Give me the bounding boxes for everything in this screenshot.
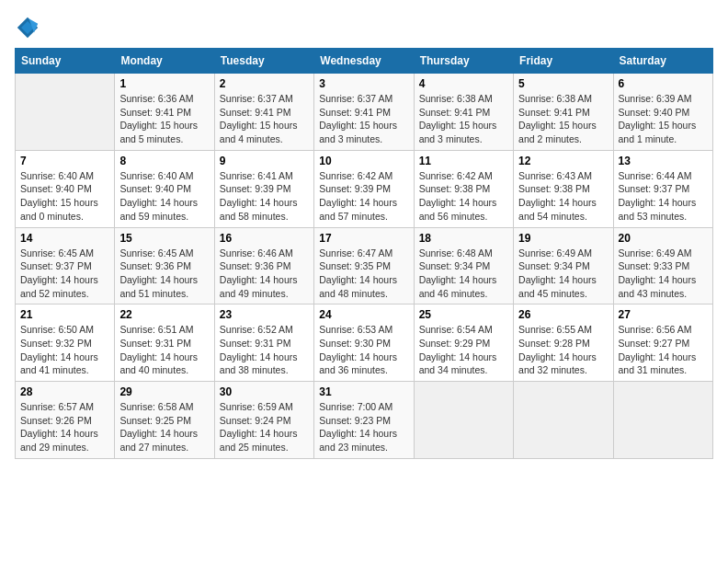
calendar-cell: 24Sunrise: 6:53 AMSunset: 9:30 PMDayligh…: [314, 304, 414, 382]
cell-content: Daylight: 15 hours: [220, 119, 309, 132]
day-number: 6: [619, 77, 708, 90]
calendar-week-2: 7Sunrise: 6:40 AMSunset: 9:40 PMDaylight…: [16, 150, 713, 227]
calendar-cell: 14Sunrise: 6:45 AMSunset: 9:37 PMDayligh…: [16, 227, 115, 304]
cell-content: Sunset: 9:41 PM: [319, 106, 408, 120]
cell-content: Daylight: 14 hours: [518, 273, 608, 287]
cell-content: Daylight: 14 hours: [119, 273, 209, 287]
calendar-cell: [613, 382, 712, 459]
cell-content: Sunset: 9:27 PM: [619, 337, 708, 350]
cell-content: Sunrise: 6:40 AM: [20, 169, 109, 183]
cell-content: and 57 minutes.: [319, 210, 408, 224]
day-number: 1: [119, 77, 209, 90]
header-day-sunday: Sunday: [16, 49, 115, 74]
cell-content: and 4 minutes.: [220, 132, 309, 146]
day-number: 13: [619, 155, 708, 167]
cell-content: and 23 minutes.: [319, 441, 408, 454]
calendar-cell: 1Sunrise: 6:36 AMSunset: 9:41 PMDaylight…: [115, 74, 214, 151]
cell-content: Sunset: 9:37 PM: [619, 182, 708, 196]
cell-content: Sunrise: 6:38 AM: [419, 92, 508, 106]
calendar-week-5: 28Sunrise: 6:57 AMSunset: 9:26 PMDayligh…: [16, 382, 713, 459]
cell-content: Sunrise: 6:56 AM: [619, 323, 708, 337]
calendar-cell: 22Sunrise: 6:51 AMSunset: 9:31 PMDayligh…: [115, 304, 214, 382]
cell-content: Sunrise: 6:37 AM: [220, 92, 309, 106]
calendar-cell: 11Sunrise: 6:42 AMSunset: 9:38 PMDayligh…: [414, 150, 513, 227]
cell-content: Sunrise: 6:41 AM: [220, 169, 309, 183]
day-number: 14: [20, 232, 109, 245]
cell-content: Daylight: 14 hours: [518, 350, 608, 364]
day-number: 31: [319, 385, 408, 398]
cell-content: Sunset: 9:30 PM: [319, 337, 408, 350]
cell-content: Daylight: 14 hours: [619, 196, 708, 210]
cell-content: Daylight: 15 hours: [319, 119, 408, 132]
day-number: 17: [319, 232, 408, 245]
calendar-cell: 7Sunrise: 6:40 AMSunset: 9:40 PMDaylight…: [16, 150, 115, 227]
cell-content: Daylight: 14 hours: [619, 273, 708, 287]
calendar-week-4: 21Sunrise: 6:50 AMSunset: 9:32 PMDayligh…: [16, 304, 713, 382]
header-day-wednesday: Wednesday: [314, 49, 414, 74]
cell-content: Sunrise: 6:54 AM: [419, 323, 508, 337]
cell-content: Sunset: 9:41 PM: [220, 106, 309, 120]
cell-content: and 27 minutes.: [119, 441, 209, 454]
cell-content: Daylight: 14 hours: [619, 350, 708, 364]
cell-content: Daylight: 14 hours: [220, 273, 309, 287]
cell-content: Sunset: 9:39 PM: [319, 182, 408, 196]
cell-content: and 1 minute.: [619, 132, 708, 146]
cell-content: and 54 minutes.: [518, 210, 608, 224]
cell-content: and 56 minutes.: [419, 210, 508, 224]
calendar-cell: [16, 74, 115, 151]
cell-content: and 58 minutes.: [220, 210, 309, 224]
cell-content: Daylight: 14 hours: [220, 427, 309, 441]
cell-content: Daylight: 14 hours: [419, 273, 508, 287]
cell-content: Sunrise: 6:57 AM: [20, 400, 109, 414]
cell-content: Sunrise: 6:45 AM: [20, 247, 109, 260]
day-number: 23: [220, 308, 309, 321]
cell-content: Daylight: 14 hours: [518, 196, 608, 210]
cell-content: Sunset: 9:31 PM: [220, 337, 309, 350]
cell-content: Sunrise: 6:58 AM: [119, 400, 209, 414]
cell-content: and 51 minutes.: [119, 287, 209, 301]
cell-content: Sunset: 9:26 PM: [20, 414, 109, 428]
calendar-table: SundayMondayTuesdayWednesdayThursdayFrid…: [15, 48, 713, 459]
cell-content: Daylight: 15 hours: [619, 119, 708, 132]
cell-content: Sunrise: 6:43 AM: [518, 169, 608, 183]
day-number: 20: [619, 232, 708, 245]
cell-content: Sunrise: 6:51 AM: [119, 323, 209, 337]
cell-content: Sunset: 9:25 PM: [119, 414, 209, 428]
page-header: [15, 15, 713, 40]
cell-content: Sunset: 9:40 PM: [619, 106, 708, 120]
calendar-cell: 21Sunrise: 6:50 AMSunset: 9:32 PMDayligh…: [16, 304, 115, 382]
cell-content: Daylight: 14 hours: [119, 196, 209, 210]
cell-content: and 34 minutes.: [419, 363, 508, 377]
calendar-cell: 13Sunrise: 6:44 AMSunset: 9:37 PMDayligh…: [613, 150, 712, 227]
header-day-saturday: Saturday: [613, 49, 712, 74]
day-number: 25: [419, 308, 508, 321]
cell-content: Sunrise: 6:44 AM: [619, 169, 708, 183]
cell-content: Sunrise: 6:46 AM: [220, 247, 309, 260]
cell-content: Daylight: 14 hours: [20, 350, 109, 364]
calendar-cell: 18Sunrise: 6:48 AMSunset: 9:34 PMDayligh…: [414, 227, 513, 304]
cell-content: Daylight: 14 hours: [220, 350, 309, 364]
cell-content: and 59 minutes.: [119, 210, 209, 224]
cell-content: Sunrise: 6:59 AM: [220, 400, 309, 414]
cell-content: and 53 minutes.: [619, 210, 708, 224]
cell-content: Sunset: 9:37 PM: [20, 259, 109, 273]
cell-content: Sunset: 9:31 PM: [119, 337, 209, 350]
cell-content: and 41 minutes.: [20, 363, 109, 377]
cell-content: and 46 minutes.: [419, 287, 508, 301]
header-day-friday: Friday: [514, 49, 613, 74]
day-number: 16: [220, 232, 309, 245]
calendar-cell: 25Sunrise: 6:54 AMSunset: 9:29 PMDayligh…: [414, 304, 513, 382]
cell-content: Daylight: 15 hours: [518, 119, 608, 132]
cell-content: and 32 minutes.: [518, 363, 608, 377]
calendar-cell: 28Sunrise: 6:57 AMSunset: 9:26 PMDayligh…: [16, 382, 115, 459]
cell-content: Daylight: 15 hours: [419, 119, 508, 132]
cell-content: Daylight: 14 hours: [419, 196, 508, 210]
calendar-cell: 5Sunrise: 6:38 AMSunset: 9:41 PMDaylight…: [514, 74, 613, 151]
calendar-cell: 4Sunrise: 6:38 AMSunset: 9:41 PMDaylight…: [414, 74, 513, 151]
cell-content: and 36 minutes.: [319, 363, 408, 377]
cell-content: and 52 minutes.: [20, 287, 109, 301]
calendar-cell: 12Sunrise: 6:43 AMSunset: 9:38 PMDayligh…: [514, 150, 613, 227]
cell-content: Sunrise: 6:40 AM: [119, 169, 209, 183]
day-number: 4: [419, 77, 508, 90]
cell-content: and 49 minutes.: [220, 287, 309, 301]
